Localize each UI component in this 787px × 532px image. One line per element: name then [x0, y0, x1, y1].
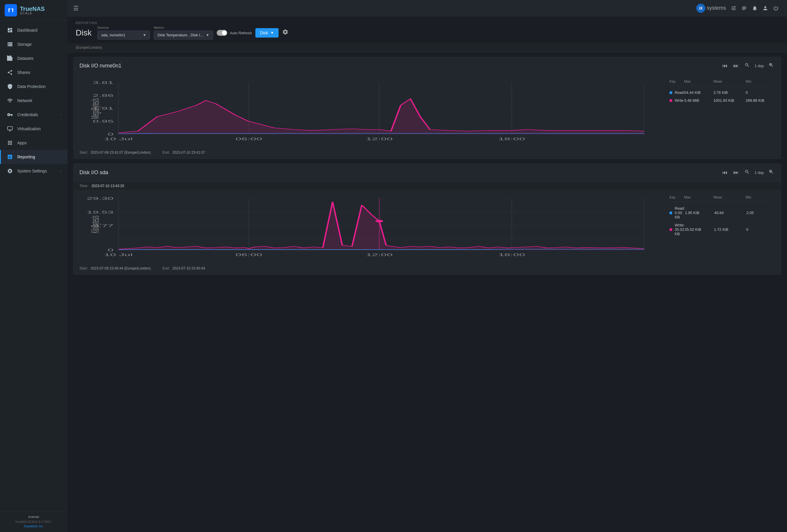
notes-button[interactable]	[739, 3, 749, 14]
sda-chart-header: Disk I/O sda ⏮ ⏭ 1 day	[73, 164, 781, 182]
sda-legend-header: Key Max Mean Min	[669, 195, 775, 202]
menu-button[interactable]: ☰	[73, 5, 79, 12]
nvme-write-label: Write	[675, 98, 683, 103]
sda-start-value: 2023-07-09 23:40:44	[91, 266, 123, 270]
account-button[interactable]	[760, 3, 771, 14]
sda-zoom-in-button[interactable]	[767, 168, 775, 177]
sda-time-label: Time:	[80, 184, 88, 188]
sda-write-mean: 1.72 KiB	[714, 227, 746, 232]
sidebar-item-storage[interactable]: Storage	[0, 37, 67, 51]
nvme-start-value: 2023-07-09 23:41:07	[91, 150, 123, 154]
nvme-read-mean: 3.76 KiB	[714, 90, 746, 95]
sda-zoom-out-button[interactable]	[743, 168, 751, 177]
auto-refresh-toggle[interactable]	[217, 30, 227, 36]
data-protection-icon	[7, 83, 13, 90]
sidebar-item-reporting[interactable]: Reporting	[0, 150, 67, 164]
sidebar-item-data-protection[interactable]: Data Protection	[0, 80, 67, 93]
ixsystems-link[interactable]: iXsystems, Inc.	[24, 525, 43, 528]
notifications-button[interactable]	[749, 3, 760, 14]
sda-read-max: 1.95 KiB	[685, 211, 714, 215]
sda-graph: 29.30 19.53 9.77 0 10 Jul 06:00 12:00 18…	[80, 195, 663, 260]
sidebar-label-data-protection: Data Protection	[17, 84, 62, 89]
reporting-icon	[7, 154, 13, 160]
disk-button-arrow-icon: ▼	[270, 31, 274, 35]
sda-legend-write: Write: 35.02 KB 35.02 KiB 1.72 KiB 0	[669, 221, 775, 238]
svg-text:10 Jul: 10 Jul	[104, 137, 132, 141]
nvme-rewind-button[interactable]: ⏮	[721, 62, 729, 70]
system-settings-expand-icon: ›	[60, 169, 62, 173]
nvme-forward-button[interactable]: ⏭	[732, 62, 740, 70]
sidebar-item-system-settings[interactable]: System Settings ›	[0, 164, 67, 178]
nvme-start-tz: (Europe/London)	[124, 150, 151, 154]
sda-end-label: End:	[163, 266, 170, 270]
nvme-write-mean: 1001.93 KiB	[714, 98, 746, 103]
logo-name: TrueNAS	[20, 5, 45, 12]
sidebar-item-datasets[interactable]: Datasets	[0, 51, 67, 65]
sda-time-range: Start: 2023-07-09 23:40:44 (Europe/Londo…	[80, 266, 775, 270]
system-settings-icon	[7, 168, 13, 174]
sidebar-item-network[interactable]: Network	[0, 93, 67, 108]
nvme-time-range: Start: 2023-07-09 23:41:07 (Europe/Londo…	[80, 150, 775, 154]
auto-refresh-group: Auto Refresh	[217, 30, 252, 36]
metrics-select[interactable]: Disk Temperature , Disk I... ▼	[154, 30, 213, 40]
nvme-zoom-in-button[interactable]	[767, 61, 775, 70]
sidebar-item-virtualization[interactable]: Virtualization	[0, 122, 67, 136]
nvme-legend-write: Write 3.48 MiB 1001.93 KiB 289.86 KiB	[669, 97, 775, 104]
nvme-footer: Start: 2023-07-09 23:41:07 (Europe/Londo…	[73, 149, 781, 159]
timezone-bar: (Europe/London)	[67, 43, 787, 52]
controls-row: Devices sda, nvme0n1 ▼ Metrics Disk Temp…	[97, 26, 779, 40]
sda-chart-title: Disk I/O sda	[80, 170, 721, 176]
nvme-zoom-out-button[interactable]	[743, 61, 751, 70]
nvme-write-key: Write	[669, 98, 684, 103]
svg-text:06:00: 06:00	[235, 137, 262, 141]
tune-button[interactable]	[728, 3, 739, 14]
sda-rewind-button[interactable]: ⏮	[721, 168, 729, 177]
nvme-read-key: Read	[669, 90, 684, 95]
sda-start-label: Start:	[80, 266, 88, 270]
main-content: ☰ iX systems REPORTING	[67, 0, 787, 532]
sda-time-value: 2023-07-10 13:43:20	[91, 184, 124, 188]
nvme-read-min: 0	[746, 90, 775, 95]
credentials-icon	[7, 111, 13, 118]
sidebar-label-apps: Apps	[17, 141, 62, 145]
sda-write-max: 35.02 KiB	[685, 227, 714, 232]
sda-write-dot	[669, 228, 672, 231]
shares-icon	[7, 69, 13, 76]
network-icon	[7, 98, 13, 104]
svg-text:0: 0	[108, 132, 113, 136]
svg-text:0.95: 0.95	[93, 119, 113, 124]
sda-end: End: 2023-07-10 23:40:44	[163, 266, 205, 270]
devices-arrow-icon: ▼	[143, 33, 147, 37]
disk-button-label: Disk	[260, 30, 268, 35]
svg-point-44	[375, 220, 383, 222]
nvme-start-label: Start:	[80, 150, 88, 154]
nvme-legend-header: Key Max Mean Min	[669, 80, 775, 86]
disk-button[interactable]: Disk ▼	[255, 28, 279, 38]
sidebar-item-credentials[interactable]: Credentials ›	[0, 108, 67, 122]
nvme-end-label: End:	[163, 150, 170, 154]
nvme-chart-controls: ⏮ ⏭ 1 day	[721, 61, 775, 70]
svg-text:iX: iX	[699, 6, 703, 10]
metrics-group: Metrics Disk Temperature , Disk I... ▼	[154, 26, 213, 40]
dashboard-icon	[7, 27, 13, 34]
settings-button[interactable]	[282, 29, 289, 37]
sda-forward-button[interactable]: ⏭	[732, 168, 740, 177]
breadcrumb: REPORTING	[76, 21, 779, 25]
sidebar-footer: truenas TrueNAS SCALE ® © 2023 - iXsyste…	[0, 511, 67, 532]
sidebar-item-dashboard[interactable]: Dashboard	[0, 23, 67, 37]
sidebar-item-apps[interactable]: Apps	[0, 136, 67, 150]
devices-select[interactable]: sda, nvme0n1 ▼	[97, 30, 150, 40]
sidebar-item-shares[interactable]: Shares	[0, 65, 67, 80]
hostname: truenas	[5, 515, 63, 518]
charts-container: Disk I/O nvme0n1 ⏮ ⏭ 1 day	[67, 52, 787, 284]
datasets-icon	[7, 55, 13, 62]
sda-chart-card: Disk I/O sda ⏮ ⏭ 1 day	[73, 164, 781, 275]
metrics-label: Metrics	[154, 26, 213, 29]
nvme-chart-header: Disk I/O nvme0n1 ⏮ ⏭ 1 day	[73, 57, 781, 75]
sda-chart-body: 29.30 19.53 9.77 0 10 Jul 06:00 12:00 18…	[73, 191, 781, 264]
power-button[interactable]	[771, 3, 781, 14]
sidebar-label-network: Network	[17, 98, 62, 103]
svg-text:2.86: 2.86	[93, 93, 113, 98]
sda-col-mean: Mean	[714, 195, 746, 199]
metrics-arrow-icon: ▼	[206, 33, 209, 37]
